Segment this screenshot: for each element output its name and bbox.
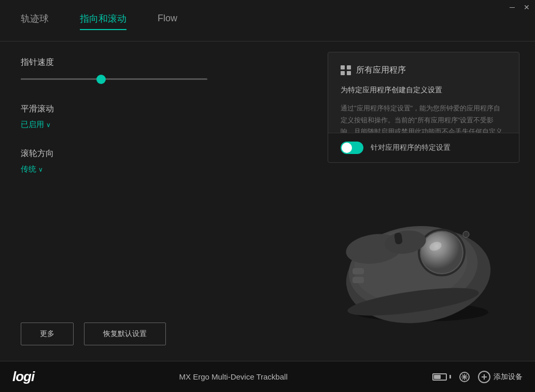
info-card-headline: 为特定应用程序创建自定义设置 <box>341 84 506 96</box>
smooth-scroll-arrow: ∨ <box>46 121 51 129</box>
battery-tip <box>449 375 451 379</box>
mouse-illustration <box>317 193 504 330</box>
connection-icon <box>459 372 470 382</box>
app-specific-toggle[interactable] <box>341 142 363 154</box>
left-panel: 指针速度 平滑滚动 已启用 ∨ 滚轮方向 <box>21 57 311 345</box>
svg-rect-12 <box>353 268 364 274</box>
battery-fill <box>434 375 441 379</box>
add-device-button[interactable]: 添加设备 <box>478 371 523 383</box>
close-button[interactable]: ✕ <box>523 3 531 11</box>
slider-thumb[interactable] <box>96 75 106 84</box>
info-card-footer: 针对应用程序的特定设置 <box>328 133 519 162</box>
reset-button[interactable]: 恢复默认设置 <box>84 323 166 345</box>
scroll-direction-group: 滚轮方向 传统 ∨ <box>21 148 311 174</box>
pointer-speed-slider-container <box>21 73 311 85</box>
main-container: 轨迹球 指向和滚动 Flow 指针速度 平滑滚动 <box>0 0 535 361</box>
slider-fill <box>21 78 101 80</box>
svg-point-8 <box>463 231 469 237</box>
footer-right: 添加设备 <box>432 371 523 383</box>
battery-icon <box>432 373 451 381</box>
logi-logo: logi <box>12 369 34 385</box>
footer: logi MX Ergo Multi-Device Trackball <box>0 361 535 392</box>
mouse-svg <box>317 193 504 328</box>
plus-icon <box>481 373 488 381</box>
right-panel: 所有应用程序 为特定应用程序创建自定义设置 通过"应用程序特定设置"，能为您所钟… <box>332 57 514 345</box>
smooth-scroll-group: 平滑滚动 已启用 ∨ <box>21 104 311 130</box>
minimize-button[interactable]: ─ <box>508 3 516 11</box>
bottom-buttons: 更多 恢复默认设置 <box>21 312 311 345</box>
info-card: 所有应用程序 为特定应用程序创建自定义设置 通过"应用程序特定设置"，能为您所钟… <box>328 52 519 163</box>
scroll-direction-arrow: ∨ <box>38 166 43 173</box>
toggle-label: 针对应用程序的特定设置 <box>371 143 450 152</box>
info-card-title: 所有应用程序 <box>356 65 406 76</box>
title-bar: ─ ✕ <box>494 0 535 15</box>
content-area: 指针速度 平滑滚动 已启用 ∨ 滚轮方向 <box>0 41 535 361</box>
pointer-speed-group: 指针速度 <box>21 57 311 85</box>
pointer-speed-label: 指针速度 <box>21 57 311 68</box>
scroll-direction-dropdown[interactable]: 传统 ∨ <box>21 164 311 174</box>
smooth-scroll-label: 平滑滚动 <box>21 104 311 115</box>
smooth-scroll-dropdown[interactable]: 已启用 ∨ <box>21 120 311 130</box>
battery-body <box>432 373 447 381</box>
grid-icon <box>341 65 351 76</box>
svg-point-6 <box>421 232 462 273</box>
add-device-label: 添加设备 <box>494 372 523 382</box>
asterisk-icon <box>461 373 468 381</box>
tab-flow[interactable]: Flow <box>158 13 177 28</box>
tabs: 轨迹球 指向和滚动 Flow <box>0 0 535 41</box>
scroll-direction-label: 滚轮方向 <box>21 148 311 159</box>
tab-pointing[interactable]: 指向和滚动 <box>80 12 126 29</box>
add-device-icon <box>478 371 490 383</box>
more-button[interactable]: 更多 <box>21 323 74 345</box>
slider-track[interactable] <box>21 78 207 80</box>
tab-trackball[interactable]: 轨迹球 <box>21 12 49 29</box>
device-name: MX Ergo Multi-Device Trackball <box>34 372 432 381</box>
toggle-knob <box>342 143 352 153</box>
info-card-header: 所有应用程序 <box>341 65 506 76</box>
svg-rect-13 <box>353 277 364 283</box>
